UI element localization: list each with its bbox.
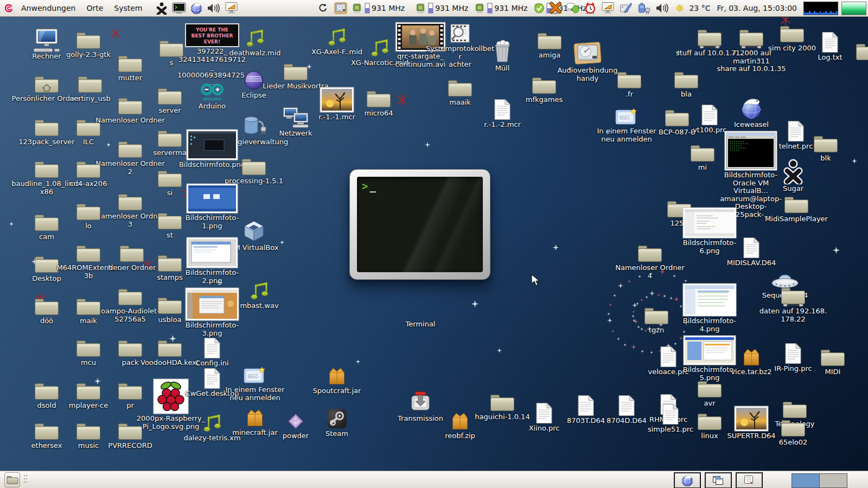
- task-button-2[interactable]: [705, 472, 732, 488]
- menu-system[interactable]: System: [109, 1, 147, 15]
- doc-icon: [203, 337, 221, 359]
- folder-icon: [157, 211, 182, 231]
- refresh-applet-icon[interactable]: [316, 3, 329, 14]
- task-button-3[interactable]: [736, 472, 763, 488]
- desktop-icon-label: ILC: [83, 138, 94, 146]
- desktop-icon-label: Müll: [495, 65, 510, 73]
- terminal-launcher-icon[interactable]: [171, 2, 187, 14]
- desktop-icon-midi-folder[interactable]: MIDI: [797, 348, 868, 376]
- workspace-1[interactable]: [792, 473, 820, 488]
- menu-anwendungen[interactable]: Anwendungen: [16, 1, 80, 15]
- clock[interactable]: Fr, 03. Aug, 15:03:00: [717, 4, 797, 12]
- sparkle-star-icon: [669, 292, 673, 302]
- desktop-icon-micro64[interactable]: micro64: [343, 89, 414, 118]
- desktop-icon-processing[interactable]: processing-1.5.1: [218, 157, 290, 185]
- trash-icon: [492, 39, 513, 64]
- desktop-icon-configini[interactable]: Config.ini: [176, 337, 248, 368]
- desktop-icon-cd4[interactable]: cd4-ax206: [53, 160, 124, 188]
- sparkle-star-icon: [471, 299, 478, 310]
- desktop-icon-mbast[interactable]: mbast.wav: [224, 281, 295, 310]
- menu-orte[interactable]: Orte: [81, 1, 108, 15]
- desktop-icon-label: stamps: [157, 274, 183, 282]
- folder-icon: [76, 202, 101, 222]
- folder-icon: [78, 75, 103, 94]
- desktop-icon-label: Steam: [326, 430, 348, 438]
- desktop-icon-label: deathwalz.mid: [229, 49, 280, 57]
- desktop-icon-midisample[interactable]: MidiSamplePlayer: [761, 195, 832, 223]
- system-monitor-graph[interactable]: [841, 2, 866, 15]
- desktop-icon-st[interactable]: st: [134, 211, 206, 240]
- sparkle-star-icon: [609, 298, 612, 309]
- screenshot-thumbnail-icon: [186, 129, 238, 160]
- folder-icon: [157, 254, 182, 273]
- folder-icon: [644, 306, 669, 326]
- desktop-icon-spoutcraft[interactable]: Spoutcraft.jar: [301, 366, 373, 395]
- debian-menu-icon[interactable]: [2, 3, 15, 14]
- battery-status-icon[interactable]: [636, 1, 652, 15]
- desktop-icon-midislav[interactable]: MIDISLAV.D64: [716, 237, 787, 267]
- show-desktop-button[interactable]: [4, 472, 20, 487]
- desktop-icon-daten[interactable]: daten auf 192.168. 178.22: [757, 286, 829, 323]
- check-status-icon[interactable]: [533, 3, 546, 14]
- svg-text:snot: snot: [551, 11, 559, 15]
- terminal-screen-icon: >_: [357, 177, 483, 272]
- desktop-icon-lieder[interactable]: Lieder Musikvortra: [260, 62, 331, 91]
- sparkle-star-icon: [356, 356, 360, 366]
- cpu-frequency-applet-2[interactable]: 931 MHz: [416, 3, 468, 14]
- display-status-icon[interactable]: [600, 2, 616, 15]
- task-button-1[interactable]: [674, 472, 701, 488]
- terminal-label[interactable]: Terminal: [385, 320, 456, 328]
- pen-status-icon[interactable]: [618, 2, 634, 15]
- pkg-icon: [327, 366, 347, 387]
- browser-launcher-icon[interactable]: [189, 2, 204, 15]
- desktop-icon-deathwalz[interactable]: deathwalz.mid: [219, 28, 291, 57]
- sparkle-star-icon: [640, 293, 643, 304]
- steam-icon: [326, 408, 348, 429]
- desktop-icon-label: Xiino.prc: [529, 425, 560, 433]
- desktop-icon-pvr[interactable]: PVRRECORD: [94, 422, 166, 450]
- cpu-frequency-applet-1[interactable]: 931 MHz: [352, 3, 405, 14]
- terminal-launcher[interactable]: >_: [349, 169, 490, 280]
- sparkle-star-icon: [618, 280, 623, 291]
- folder-icon: [118, 422, 143, 441]
- hddcard-icon: [573, 39, 602, 66]
- desktop-icon-login1[interactable]: In einem Fenster neu anmelden: [219, 366, 291, 402]
- folder-icon: [820, 348, 845, 368]
- desktop-icon-avr[interactable]: avr: [674, 380, 745, 408]
- login-icon: [615, 107, 639, 127]
- music-icon: [249, 281, 270, 301]
- alarm-status-icon[interactable]: [583, 2, 598, 15]
- desktop-icon-namenlos4[interactable]: Namenloser Ordner 4: [614, 244, 686, 280]
- desktop-icon-bla[interactable]: bla: [650, 70, 722, 99]
- display-launcher-icon[interactable]: [224, 2, 240, 15]
- sparkle-star-icon: [617, 332, 620, 343]
- desktop-icon-sugar[interactable]: Sugar: [757, 158, 829, 193]
- hdd-applet-icon[interactable]: [333, 1, 349, 15]
- desktop-icon-lo[interactable]: lo: [53, 202, 124, 230]
- desktop-icon-edge-folder[interactable]: [832, 42, 868, 62]
- folder-icon: [283, 62, 308, 82]
- folder-icon: [366, 89, 391, 109]
- desktop-icon-mfkgames[interactable]: mfkgames: [508, 76, 580, 104]
- desktop-icon-m64[interactable]: M64ROMExtender 3b: [53, 244, 124, 280]
- folder-icon: [76, 31, 101, 50]
- desktop-icon-elo65[interactable]: 65elo02: [757, 419, 829, 447]
- desktop-icon-steam[interactable]: Steam: [301, 408, 373, 438]
- volume-launcher-icon[interactable]: [206, 2, 222, 14]
- desktop-icon-stamps[interactable]: stamps: [134, 254, 206, 282]
- sugar-launcher-icon[interactable]: [154, 2, 169, 15]
- weather-sun-icon[interactable]: [674, 3, 686, 13]
- cpu-frequency-applet-3[interactable]: 931 MHz: [475, 3, 527, 14]
- folder-icon: [448, 79, 473, 98]
- cpu-history-graph[interactable]: [803, 2, 838, 15]
- desktop-icon-label: Sugar: [783, 185, 803, 193]
- snot-status-icon[interactable]: snot: [548, 2, 563, 15]
- volume-status-icon[interactable]: [654, 2, 671, 14]
- desktop-icon-label: MidiSamplePlayer: [765, 215, 828, 223]
- panel-handle-icon[interactable]: [23, 473, 28, 487]
- desktop-icon-tgzn[interactable]: tgzn: [621, 306, 692, 335]
- cpu-frequency-value: 931 MHz: [372, 4, 405, 12]
- chat-status-icon[interactable]: [565, 2, 580, 14]
- workspace-2[interactable]: [820, 473, 847, 488]
- desktop-icon-vt100[interactable]: vt100.prc: [674, 104, 745, 134]
